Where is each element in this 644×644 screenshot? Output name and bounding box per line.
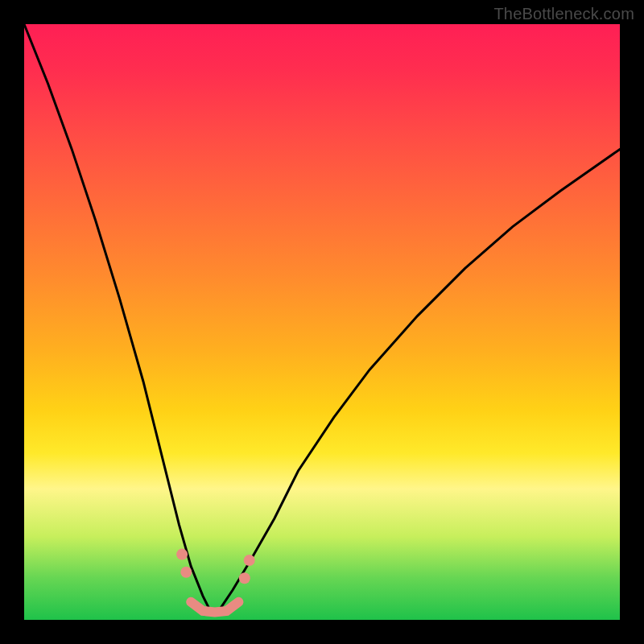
plot-area bbox=[24, 24, 620, 620]
chart-stage: TheBottleneck.com bbox=[0, 0, 644, 644]
dot-right-upper bbox=[244, 555, 255, 566]
dot-right-lower bbox=[239, 572, 250, 584]
curve-layer bbox=[24, 24, 620, 620]
right-curve bbox=[221, 149, 620, 608]
watermark-text: TheBottleneck.com bbox=[493, 5, 634, 23]
left-curve bbox=[24, 24, 208, 608]
basin-highlight bbox=[191, 602, 238, 613]
dot-left-upper bbox=[176, 549, 188, 560]
dot-left-lower bbox=[180, 567, 192, 578]
